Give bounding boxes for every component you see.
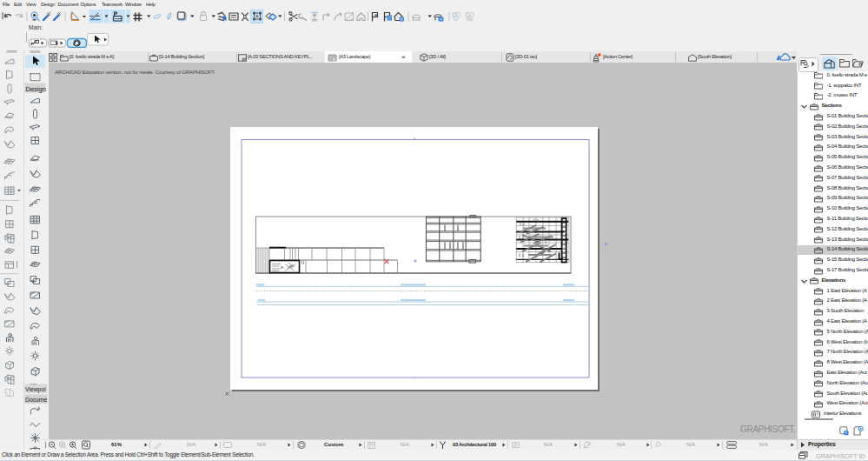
svg-text:Docume: Docume xyxy=(25,397,48,403)
svg-text:Design: Design xyxy=(26,85,46,93)
svg-text:Viewpoi: Viewpoi xyxy=(25,386,46,393)
